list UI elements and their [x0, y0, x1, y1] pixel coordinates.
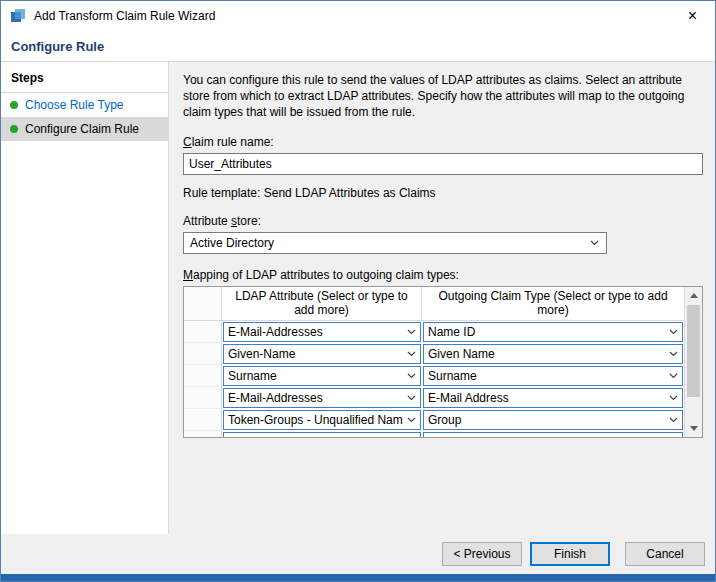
row-selector[interactable]	[184, 321, 222, 343]
steps-title: Steps	[1, 62, 168, 93]
chevron-down-icon[interactable]	[665, 411, 682, 429]
table-row: E-Mail-Addresses E-Mail Address	[184, 387, 684, 409]
vertical-scrollbar[interactable]	[684, 287, 702, 437]
rule-description: You can configure this rule to send the …	[183, 72, 703, 121]
button-bar: < Previous Finish Cancel	[1, 534, 715, 574]
row-selector[interactable]	[184, 409, 222, 431]
window-bottom-accent	[1, 574, 715, 581]
outgoing-claim-select[interactable]	[423, 432, 683, 438]
titlebar: Add Transform Claim Rule Wizard ×	[1, 1, 715, 31]
chevron-down-icon[interactable]	[665, 367, 682, 385]
scrollbar-track[interactable]	[685, 304, 702, 420]
window-title: Add Transform Claim Rule Wizard	[34, 9, 670, 23]
ldap-attribute-select[interactable]: E-Mail-Addresses	[223, 388, 421, 408]
sidebar-item-choose-rule-type[interactable]: Choose Rule Type	[1, 93, 168, 117]
attribute-store-select[interactable]: Active Directory	[183, 232, 607, 254]
column-header-outgoing-claim-type: Outgoing Claim Type (Select or type to a…	[422, 287, 684, 320]
scroll-down-icon[interactable]	[685, 420, 702, 437]
chevron-down-icon[interactable]	[403, 389, 420, 407]
row-selector[interactable]	[184, 365, 222, 387]
outgoing-claim-select[interactable]: E-Mail Address	[423, 388, 683, 408]
outgoing-claim-select[interactable]: Surname	[423, 366, 683, 386]
step-label: Configure Claim Rule	[25, 122, 139, 136]
close-icon[interactable]: ×	[670, 1, 715, 31]
chevron-down-icon[interactable]	[665, 323, 682, 341]
scrollbar-thumb[interactable]	[687, 305, 700, 397]
outgoing-claim-select[interactable]: Given Name	[423, 344, 683, 364]
chevron-down-icon[interactable]	[665, 389, 682, 407]
previous-button[interactable]: < Previous	[442, 542, 522, 566]
claim-rule-name-input[interactable]	[183, 153, 703, 175]
table-row: E-Mail-Addresses Name ID	[184, 321, 684, 343]
page-header: Configure Rule	[1, 31, 715, 62]
table-row: Surname Surname	[184, 365, 684, 387]
ldap-attribute-select[interactable]: Token-Groups - Unqualified Names	[223, 410, 421, 430]
grid-header-row: LDAP Attribute (Select or type to add mo…	[184, 287, 684, 321]
chevron-down-icon[interactable]	[403, 323, 420, 341]
wizard-app-icon	[10, 8, 26, 24]
chevron-down-icon[interactable]	[403, 411, 420, 429]
ldap-attribute-select[interactable]: E-Mail-Addresses	[223, 322, 421, 342]
attribute-store-value: Active Directory	[190, 236, 274, 250]
row-selector[interactable]	[184, 343, 222, 365]
table-row-partial	[184, 431, 684, 438]
table-row: Given-Name Given Name	[184, 343, 684, 365]
chevron-down-icon[interactable]	[403, 345, 420, 363]
row-selector[interactable]	[184, 387, 222, 409]
chevron-down-icon[interactable]	[665, 345, 682, 363]
table-row: Token-Groups - Unqualified Names Group	[184, 409, 684, 431]
outgoing-claim-select[interactable]: Group	[423, 410, 683, 430]
step-complete-icon	[10, 101, 18, 109]
outgoing-claim-select[interactable]: Name ID	[423, 322, 683, 342]
claim-rule-name-label: Claim rule name:	[183, 135, 703, 149]
chevron-down-icon	[583, 240, 606, 246]
ldap-attribute-select[interactable]: Surname	[223, 366, 421, 386]
row-selector-header	[184, 287, 222, 320]
attribute-store-label: Attribute store:	[183, 214, 703, 228]
ldap-attribute-select[interactable]: Given-Name	[223, 344, 421, 364]
ldap-attribute-select[interactable]	[223, 432, 421, 438]
wizard-window: Add Transform Claim Rule Wizard × Config…	[0, 0, 716, 582]
column-header-ldap-attribute: LDAP Attribute (Select or type to add mo…	[222, 287, 422, 320]
scroll-up-icon[interactable]	[685, 287, 702, 304]
chevron-down-icon[interactable]	[403, 367, 420, 385]
content-pane: You can configure this rule to send the …	[169, 62, 715, 534]
row-selector[interactable]	[184, 431, 222, 438]
finish-button[interactable]: Finish	[530, 542, 610, 566]
sidebar-item-configure-claim-rule[interactable]: Configure Claim Rule	[1, 117, 168, 141]
cancel-button[interactable]: Cancel	[625, 542, 705, 566]
step-complete-icon	[10, 125, 18, 133]
page-title: Configure Rule	[11, 39, 104, 54]
steps-sidebar: Steps Choose Rule Type Configure Claim R…	[1, 62, 169, 534]
mapping-label: Mapping of LDAP attributes to outgoing c…	[183, 268, 703, 282]
mapping-grid: LDAP Attribute (Select or type to add mo…	[183, 286, 703, 438]
step-label: Choose Rule Type	[25, 98, 124, 112]
rule-template-text: Rule template: Send LDAP Attributes as C…	[183, 186, 703, 200]
